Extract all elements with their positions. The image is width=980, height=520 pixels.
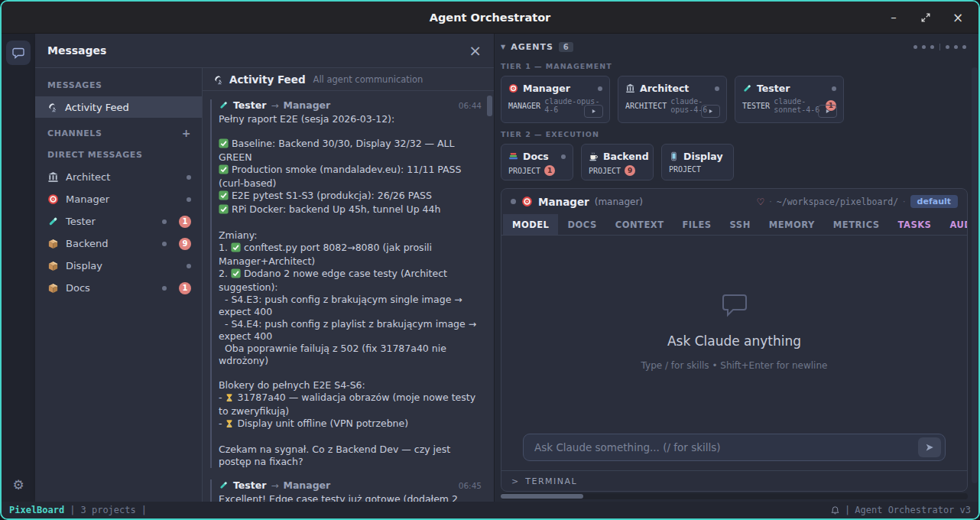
feed-title: Activity Feed	[229, 73, 306, 86]
tab-files[interactable]: FILES	[673, 214, 720, 235]
coffee-icon	[589, 151, 599, 161]
presence-dot	[187, 264, 191, 268]
tab-audit[interactable]: AUDIT	[940, 214, 968, 235]
chat-bubble-button[interactable]	[6, 41, 31, 65]
sidebar-item-architect[interactable]: Architect	[35, 166, 202, 188]
message-to[interactable]: Manager	[283, 479, 330, 491]
agent-role: TESTER	[742, 102, 770, 110]
maximize-button[interactable]	[913, 6, 939, 29]
satellite-icon	[47, 102, 58, 112]
agents-header[interactable]: ▼ AGENTS 6	[501, 38, 968, 55]
session-badge[interactable]: default	[910, 195, 958, 208]
target-icon	[508, 83, 518, 93]
app-version: Agent Orchestrator v3	[855, 505, 971, 515]
titlebar: Agent Orchestrator – ×	[2, 2, 978, 34]
agent-role: PROJECT	[589, 167, 621, 175]
dm-name: Manager	[66, 193, 109, 205]
dots-divider	[939, 44, 940, 50]
arrow-icon: →	[271, 100, 278, 111]
sidebar-item-activity-feed[interactable]: Activity Feed	[35, 96, 202, 118]
agent-card-backend[interactable]: BackendPROJECT9	[581, 144, 654, 180]
play-button[interactable]	[701, 105, 720, 118]
manager-tabs: MODELDOCSCONTEXTFILESSSHMEMORYMETRICSTAS…	[501, 214, 967, 236]
tab-context[interactable]: CONTEXT	[606, 214, 673, 235]
agent-card-tester[interactable]: TesterTESTERclaude-sonnet-4-61	[735, 76, 844, 123]
testtube-icon	[219, 480, 229, 490]
agent-card-architect[interactable]: ArchitectARCHITECTclaude-opus-4-6	[618, 76, 727, 123]
status-bar: PixelBoard | 3 projects | | Agent Orches…	[2, 502, 978, 518]
app-name: PixelBoard	[9, 505, 64, 515]
status-dot	[930, 45, 934, 49]
sidebar-item-backend[interactable]: Backend9	[35, 232, 202, 255]
agent-status-dots	[913, 44, 968, 50]
sidebar-item-display[interactable]: Display	[35, 255, 202, 277]
close-button[interactable]: ×	[945, 6, 971, 29]
activity-bar: ⚙	[2, 34, 35, 502]
tier1-cards: ManagerMANAGERclaude-opus-4-6ArchitectAR…	[501, 76, 968, 123]
building-icon	[47, 171, 59, 183]
tab-model[interactable]: MODEL	[503, 214, 558, 235]
target-icon	[521, 196, 533, 207]
chat-bubble-outline-icon	[720, 292, 749, 318]
unread-badge: 9	[179, 238, 191, 250]
horizontal-scrollbar-thumb[interactable]	[501, 494, 583, 499]
empty-state-title: Ask Claude anything	[667, 333, 801, 349]
collapse-caret-icon[interactable]: ▼	[501, 44, 505, 50]
gear-icon[interactable]: ⚙	[12, 477, 24, 492]
agent-name: Tester	[757, 83, 790, 94]
ask-input-container	[523, 434, 946, 461]
right-panel-scrollbar[interactable]	[972, 67, 978, 483]
feed-subtitle: All agent communication	[313, 74, 423, 85]
play-button[interactable]	[584, 105, 603, 118]
presence-dot	[187, 175, 191, 180]
agent-card-docs[interactable]: DocsPROJECT1	[501, 144, 573, 180]
message-from[interactable]: Tester	[233, 99, 266, 111]
play-button[interactable]	[818, 105, 837, 118]
dm-name: Display	[66, 260, 102, 271]
agent-status-dot	[561, 154, 566, 159]
agent-card-manager[interactable]: ManagerMANAGERclaude-opus-4-6	[501, 76, 610, 123]
sidebar-item-manager[interactable]: Manager	[35, 188, 202, 210]
agent-status-dot	[715, 86, 719, 91]
separator-dot: ·	[903, 197, 906, 206]
tab-metrics[interactable]: METRICS	[824, 214, 889, 235]
unread-badge: 1	[179, 216, 191, 228]
horizontal-scrollbar[interactable]	[501, 493, 968, 499]
status-dot	[913, 45, 917, 49]
messages-section-label: MESSAGES	[35, 76, 202, 96]
play-icon	[590, 108, 597, 115]
tab-tasks[interactable]: TASKS	[889, 214, 941, 235]
testtube-icon	[219, 100, 229, 110]
message-from[interactable]: Tester	[233, 479, 266, 491]
chat-empty-state: Ask Claude anything Type / for skills • …	[501, 236, 967, 427]
message-time: 06:44	[459, 101, 482, 110]
check-icon	[219, 190, 229, 203]
tab-memory[interactable]: MEMORY	[760, 214, 824, 235]
sidebar-item-docs[interactable]: Docs1	[35, 277, 202, 299]
message-body: Excellent! Edge case testy już gotowe (d…	[219, 493, 482, 502]
ask-claude-input[interactable]	[534, 441, 918, 453]
message-to[interactable]: Manager	[283, 99, 330, 111]
dm-section-label: DIRECT MESSAGES	[35, 145, 202, 166]
terminal-section[interactable]: > TERMINAL	[501, 470, 967, 491]
chevron-right-icon: >	[511, 476, 518, 486]
agents-count-badge: 6	[559, 42, 573, 52]
right-panel: ▼ AGENTS 6 TIER 1 — MANAGEMENT ManagerMA…	[495, 34, 978, 502]
arrow-icon: →	[271, 480, 278, 491]
add-channel-button[interactable]: +	[182, 127, 191, 139]
bell-icon[interactable]	[830, 505, 840, 515]
feed-scrollbar-thumb[interactable]	[487, 96, 492, 116]
sidebar-item-tester[interactable]: Tester1	[35, 210, 202, 232]
agent-card-display[interactable]: DisplayPROJECT	[661, 144, 734, 180]
heart-icon[interactable]: ♡	[757, 197, 765, 207]
feed-scroll-area[interactable]: Tester→Manager06:44Pełny raport E2E (ses…	[203, 91, 494, 502]
maximize-icon	[921, 13, 930, 22]
send-button[interactable]	[918, 437, 941, 457]
tab-ssh[interactable]: SSH	[721, 214, 760, 235]
tab-docs[interactable]: DOCS	[558, 214, 605, 235]
minimize-button[interactable]: –	[881, 6, 907, 29]
status-dot	[954, 45, 958, 49]
status-dot	[962, 45, 966, 49]
close-icon[interactable]: ×	[469, 43, 482, 58]
window-controls: – ×	[881, 2, 971, 33]
